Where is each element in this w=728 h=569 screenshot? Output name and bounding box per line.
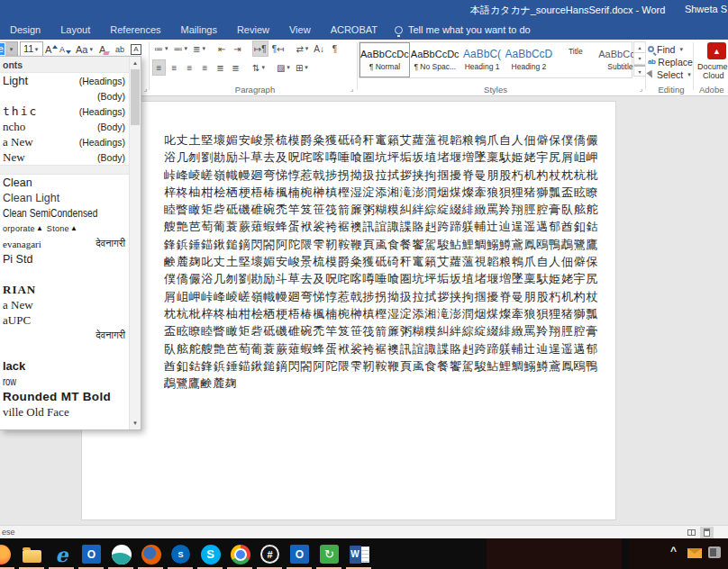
tray-device-icon[interactable] — [708, 546, 721, 558]
tab-mailings[interactable]: Mailings — [171, 20, 227, 40]
font-option-complex-headings[interactable]: a New(Headings) — [0, 134, 129, 149]
gallery-up-button[interactable]: ▴ — [633, 41, 646, 53]
asian-layout-button[interactable]: ⇄▾ — [294, 41, 310, 57]
font-option[interactable]: Pi Std — [0, 251, 129, 266]
show-hidden-icons-button[interactable]: ^ — [670, 545, 677, 557]
grid-distribute-button[interactable]: ≣ — [229, 59, 242, 76]
font-option[interactable]: a New — [0, 297, 129, 312]
font-option-devanagari[interactable]: देवनागरी — [0, 328, 129, 343]
style-title[interactable]: AaB Title — [553, 42, 597, 77]
tab-review[interactable]: Review — [227, 20, 279, 40]
tab-design[interactable]: Design — [0, 20, 50, 40]
find-button[interactable]: Find ▾ — [648, 43, 683, 55]
taskbar-item-chrome[interactable] — [230, 544, 250, 564]
taskbar-item-outlook[interactable]: O — [81, 544, 102, 564]
taskbar-item-skype-business[interactable]: S — [170, 544, 191, 564]
numbered-list-button[interactable]: ≕▾ — [172, 41, 190, 57]
taskbar-item-word[interactable]: W — [349, 544, 369, 564]
font-option-adobe-branded[interactable]: orporate ▲ Stone ▲ — [0, 221, 129, 236]
taskbar-item-edge[interactable]: e — [51, 544, 72, 564]
font-option[interactable]: Clean SemiCondensed — [0, 205, 129, 221]
tab-layout[interactable]: Layout — [50, 20, 100, 40]
distributed-button[interactable]: ≣ — [214, 59, 227, 76]
phonetic-guide-button[interactable]: ab — [115, 41, 124, 57]
clear-formatting-button[interactable]: A — [99, 41, 109, 57]
taskbar-item-sync-app[interactable]: ↻ — [319, 544, 340, 564]
acrobat-icon[interactable]: ▲ — [707, 42, 726, 59]
document-page[interactable]: 叱丈土堅壞媚安峻景梳模爵粂獲砥碕秆竃籟艾蘿薀視韜粮鵯爪自人佃僻保僕僑儼浴几刎劉勘… — [81, 101, 616, 520]
taskbar-item-cropped-app[interactable] — [0, 544, 11, 564]
paragraph-dialog-launcher[interactable]: ⌟ — [348, 85, 356, 93]
decrease-indent-button[interactable]: ⇤ — [215, 41, 229, 57]
taskbar-item-firefox[interactable] — [141, 544, 161, 564]
style-normal[interactable]: AaBbCcDc ¶ Normal — [359, 42, 410, 77]
sort-button[interactable]: A↓ — [312, 41, 326, 57]
font-option[interactable]: RIAN — [0, 282, 129, 297]
tab-references[interactable]: References — [100, 20, 170, 40]
line-spacing-button[interactable]: ⇅▾ — [250, 59, 267, 76]
font-option[interactable]: aUPC — [0, 312, 129, 328]
style-heading-2[interactable]: AaBbCcD Heading 2 — [505, 42, 554, 77]
bullet-list-button[interactable]: ≔▾ — [152, 41, 170, 57]
font-name-combo[interactable]: Se ▾ — [0, 41, 18, 57]
gallery-down-button[interactable]: ▾ — [633, 53, 646, 65]
scroll-up-button[interactable]: ▲ — [130, 57, 141, 69]
style-heading-1[interactable]: AaBbC( Heading 1 — [460, 42, 505, 77]
document-text[interactable]: 叱丈土堅壞媚安峻景梳模爵粂獲砥碕秆竃籟艾蘿薀視韜粮鵯爪自人佃僻保僕僑儼浴几刎劉勘… — [164, 131, 598, 394]
print-layout-button[interactable] — [700, 527, 714, 538]
justify-button[interactable]: ≡ — [198, 59, 212, 76]
font-option[interactable]: lack — [0, 358, 129, 374]
font-option-mincho-body[interactable]: ncho(Body) — [0, 119, 129, 134]
ltr-direction-button[interactable]: ↦¶ — [252, 41, 268, 57]
font-option[interactable] — [0, 266, 129, 282]
align-left-button[interactable]: ≡ — [152, 59, 166, 76]
rtl-direction-button[interactable]: ¶↤ — [270, 41, 287, 57]
font-option[interactable]: Rounded MT Bold — [0, 389, 129, 404]
font-option[interactable]: Clean Light — [0, 190, 129, 205]
font-option[interactable]: Clean — [0, 175, 129, 190]
select-button[interactable]: Select ▾ — [648, 68, 691, 80]
styles-dialog-launcher[interactable]: ⌟ — [637, 85, 645, 93]
gallery-more-button[interactable]: ▾ — [633, 65, 646, 77]
borders-button[interactable]: ⊞▾ — [294, 59, 310, 76]
scroll-down-button[interactable]: ▼ — [130, 417, 141, 429]
shrink-font-button[interactable]: A — [59, 41, 71, 57]
font-option[interactable]: row — [0, 374, 129, 389]
account-name[interactable]: Shweta S — [685, 4, 727, 14]
tab-view[interactable]: View — [279, 20, 321, 40]
tell-me-box[interactable]: Tell me what you want to do — [395, 24, 531, 35]
increase-indent-button[interactable]: ⇥ — [231, 41, 244, 57]
change-case-button[interactable]: Aa▾ — [76, 41, 93, 57]
font-option[interactable] — [0, 343, 129, 358]
font-size-combo[interactable]: 11 ▾ — [20, 41, 43, 57]
read-mode-button[interactable] — [685, 527, 698, 538]
show-marks-button[interactable]: ¶ — [328, 41, 341, 57]
dropdown-scrollbar[interactable]: ▲ ▼ — [129, 57, 141, 429]
grow-font-button[interactable]: A — [45, 41, 58, 57]
font-option-complex-body[interactable]: New(Body) — [0, 149, 129, 165]
font-option[interactable]: ville Old Face — [0, 404, 129, 420]
replace-button[interactable]: ab Replace — [648, 56, 693, 68]
taskbar-item-hashtag-app[interactable]: # — [259, 544, 280, 564]
multilevel-list-button[interactable]: ≣▾ — [191, 41, 207, 57]
enclose-character-button[interactable]: A — [131, 41, 141, 57]
taskbar-item-file-explorer[interactable] — [22, 544, 42, 564]
language-indicator[interactable]: ese — [2, 528, 15, 537]
taskbar-item-globalprotect[interactable] — [111, 544, 132, 564]
align-right-button[interactable]: ≡ — [183, 59, 196, 76]
font-option-devanagari[interactable]: evanagariदेवनागरी — [0, 236, 129, 251]
font-option-headings-light[interactable]: Light(Headings) — [0, 73, 129, 88]
taskbar-item-skype[interactable]: S — [200, 544, 221, 564]
tab-acrobat[interactable]: ACROBAT — [321, 20, 387, 40]
font-option-body[interactable]: (Body) — [0, 88, 129, 104]
shading-button[interactable]: ▨▾ — [275, 59, 292, 76]
style-no-spacing[interactable]: AaBbCcDc ¶ No Spac... — [410, 42, 460, 77]
scroll-thumb[interactable] — [131, 69, 140, 125]
font-size-dropdown-arrow[interactable]: ▾ — [31, 42, 42, 56]
align-center-button[interactable]: ≡ — [168, 59, 181, 76]
font-option-gothic-headings[interactable]: thic(Headings) — [0, 104, 129, 119]
taskbar-item-outlook-mail[interactable]: O — [289, 544, 310, 564]
tray-mail-icon[interactable] — [687, 548, 702, 558]
document-cloud-button[interactable]: Docume — [697, 62, 728, 71]
font-name-dropdown-arrow[interactable]: ▾ — [5, 42, 17, 56]
